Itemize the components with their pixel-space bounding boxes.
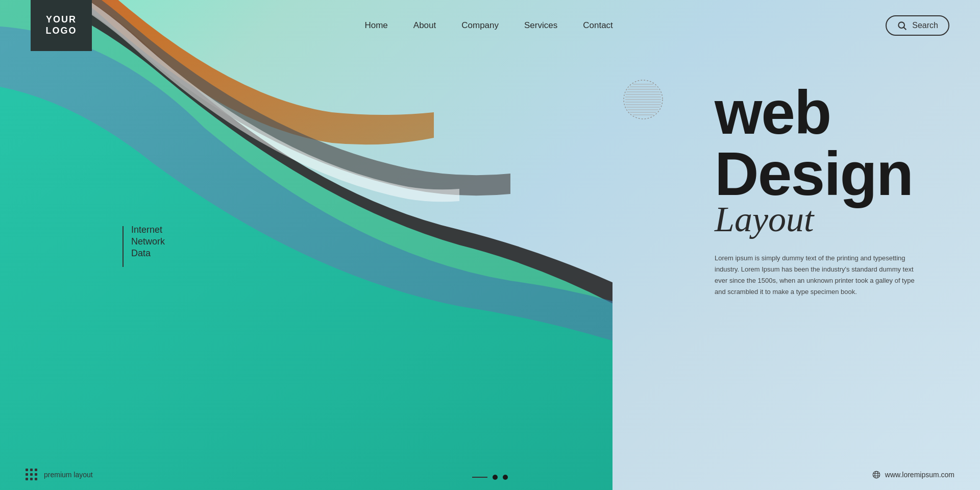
grid-dot [35, 478, 37, 480]
svg-point-17 [873, 471, 880, 478]
hero-description: Lorem ipsum is simply dummy text of the … [715, 253, 919, 298]
nav-link-about[interactable]: About [413, 20, 436, 30]
side-text-content: Internet Network Data [131, 225, 165, 259]
pagination-line [472, 477, 487, 478]
footer-right: www.loremipsum.com [872, 470, 954, 479]
svg-line-1 [904, 28, 906, 30]
nav-link-contact[interactable]: Contact [583, 20, 613, 30]
nav-item-company[interactable]: Company [461, 20, 499, 31]
svg-point-0 [899, 22, 905, 28]
nav-item-services[interactable]: Services [524, 20, 557, 31]
nav-link-services[interactable]: Services [524, 20, 557, 30]
wave-graphic [0, 0, 612, 490]
hero-content: web Design Layout Lorem ipsum is simply … [715, 82, 919, 298]
footer-left: premium layout [26, 469, 93, 481]
side-text-data: Data [131, 248, 165, 259]
search-icon [897, 20, 907, 31]
decorative-circle [623, 79, 664, 120]
logo[interactable]: YOUR LOGO [31, 0, 92, 51]
nav-item-about[interactable]: About [413, 20, 436, 31]
side-text-internet: Internet [131, 225, 165, 235]
logo-text: YOUR LOGO [46, 14, 77, 36]
premium-label: premium layout [44, 471, 93, 479]
svg-point-18 [875, 471, 878, 478]
grid-dot [30, 473, 33, 476]
hero-title-design: Design [715, 143, 919, 204]
globe-icon [872, 470, 881, 479]
nav-links: Home About Company Services Contact [364, 20, 612, 31]
footer: premium layout www.loremipsum.com [0, 459, 980, 490]
website-url: www.loremipsum.com [885, 471, 954, 479]
nav-item-home[interactable]: Home [364, 20, 387, 31]
search-box[interactable]: Search [886, 15, 949, 36]
grid-dot [35, 473, 37, 476]
search-label: Search [912, 21, 938, 30]
nav-link-home[interactable]: Home [364, 20, 387, 30]
side-text: Internet Network Data [122, 225, 165, 267]
grid-icon [26, 469, 38, 481]
pagination-dot-2[interactable] [503, 475, 508, 480]
grid-dot [26, 469, 28, 471]
grid-dot [30, 478, 33, 480]
navbar: YOUR LOGO Home About Company Services Co… [0, 0, 980, 51]
nav-item-contact[interactable]: Contact [583, 20, 613, 31]
logo-line1: YOUR [46, 14, 77, 24]
grid-dot [30, 469, 33, 471]
side-text-network: Network [131, 236, 165, 247]
nav-link-company[interactable]: Company [461, 20, 499, 30]
pagination [472, 475, 508, 480]
grid-dot [26, 478, 28, 480]
hero-title-web: web [715, 82, 919, 143]
pagination-dot-1[interactable] [493, 475, 498, 480]
logo-line2: LOGO [46, 26, 77, 36]
grid-dot [26, 473, 28, 476]
grid-dot [35, 469, 37, 471]
side-text-divider [122, 226, 124, 267]
